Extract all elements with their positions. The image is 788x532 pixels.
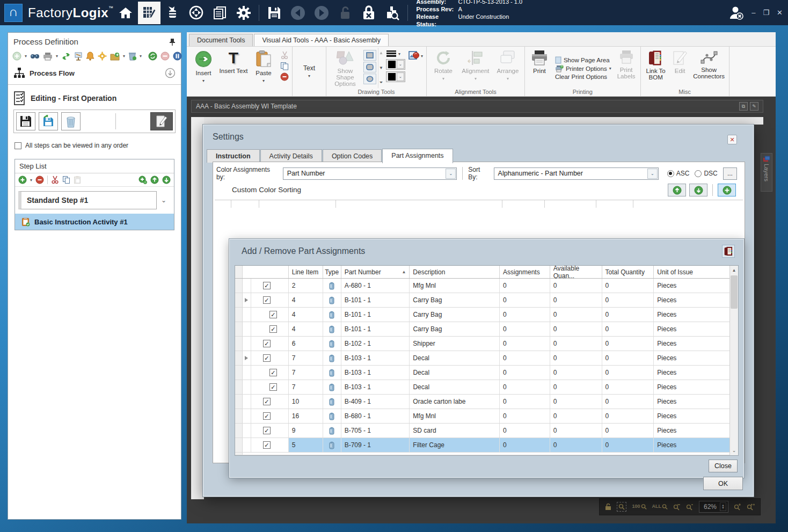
row-checkbox[interactable] — [269, 325, 277, 333]
refresh-button[interactable] — [148, 52, 157, 61]
save-button[interactable] — [263, 2, 286, 24]
doc-edit-icon[interactable]: ✎ — [750, 102, 758, 111]
print-process-button[interactable] — [43, 52, 53, 61]
undo-button[interactable] — [287, 2, 309, 24]
color-assignments-select[interactable]: Part Number ⌄ — [283, 167, 457, 180]
row-expander[interactable] — [243, 380, 251, 394]
sort-by-select[interactable]: Alphanumeric - Part Number ⌄ — [494, 167, 659, 180]
export-button[interactable] — [110, 52, 120, 61]
column-assignments[interactable]: Assignments — [500, 266, 550, 278]
show-page-area-button[interactable]: Show Page Area — [555, 56, 611, 64]
edit-mode-toggle[interactable] — [150, 112, 173, 130]
row-expander[interactable] — [243, 438, 251, 452]
sort-asc-radio[interactable]: ASC — [667, 170, 690, 177]
column-available-quantity[interactable]: Available Quan... — [550, 266, 602, 278]
find-button[interactable] — [30, 52, 40, 60]
close-button[interactable]: ✕ — [777, 9, 783, 16]
add-operation-dropdown[interactable]: ▾ — [25, 54, 27, 59]
paste-button[interactable]: Paste▾ — [249, 48, 278, 94]
row-checkbox[interactable] — [269, 311, 277, 318]
delete-dropdown[interactable]: ▾ — [140, 54, 142, 59]
paste-step-button[interactable] — [74, 176, 81, 184]
parts-table-scrollbar[interactable]: ▲ ⌄ — [729, 266, 738, 455]
remove-step-button[interactable] — [35, 176, 44, 184]
zoom-level-spinner[interactable]: 62% ▲▼ — [699, 501, 728, 513]
paste-dropdown[interactable]: ▾ — [262, 78, 265, 84]
all-steps-option[interactable]: All steps can be viewed in any order — [8, 133, 181, 155]
row-expander[interactable] — [243, 424, 251, 438]
parts-table-row[interactable]: 9 B-705 - 1 SD card 0 0 0 Pieces — [235, 424, 729, 438]
cut-step-button[interactable] — [51, 176, 59, 184]
shape-rounded-rectangle-button[interactable] — [363, 62, 376, 72]
row-expander[interactable] — [243, 395, 251, 409]
row-expander[interactable] — [243, 337, 251, 351]
unlock-button[interactable] — [334, 2, 356, 24]
row-checkbox[interactable] — [263, 412, 271, 420]
process-flow-header[interactable]: Process Flow — [8, 64, 181, 85]
save-as-button[interactable] — [39, 112, 58, 130]
scrollbar-thumb[interactable] — [731, 275, 738, 309]
materials-button[interactable] — [162, 2, 184, 24]
row-expander[interactable] — [243, 308, 251, 322]
cut-button[interactable] — [280, 51, 289, 60]
layers-tab[interactable]: Layers — [761, 153, 772, 192]
scroll-up-arrow[interactable]: ▲ — [730, 266, 738, 274]
home-button[interactable] — [114, 2, 137, 24]
delete-button[interactable] — [128, 52, 136, 61]
parts-table-row[interactable]: 4 B-101 - 1 Carry Bag 0 0 0 Pieces — [235, 293, 729, 308]
column-description[interactable]: Description — [410, 266, 500, 278]
print-labels-button[interactable]: Print Labels — [615, 48, 638, 88]
settings-ok-button[interactable]: OK — [703, 477, 743, 490]
sync-button[interactable] — [61, 52, 71, 61]
column-line-item[interactable]: Line Item — [289, 266, 323, 278]
insert-dropdown[interactable]: ▾ — [202, 78, 205, 84]
insert-text-button[interactable]: T Insert Text — [219, 48, 248, 94]
row-expander[interactable] — [243, 293, 251, 307]
parts-table-row[interactable]: 7 B-103 - 1 Decal 0 0 0 Pieces — [235, 380, 729, 395]
fill-color-picker[interactable]: ⌄ — [386, 71, 405, 82]
row-expander[interactable] — [243, 409, 251, 423]
production-button[interactable] — [185, 2, 208, 24]
tab-part-assignments[interactable]: Part Assignments — [382, 149, 453, 163]
lock-close-button[interactable] — [357, 2, 380, 24]
parts-table-row[interactable]: 7 B-103 - 1 Decal 0 0 0 Pieces — [235, 366, 729, 380]
parts-table-row[interactable]: 4 B-101 - 1 Carry Bag 0 0 0 Pieces — [235, 322, 729, 337]
tab-instruction[interactable]: Instruction — [207, 149, 260, 163]
maximize-button[interactable]: ❐ — [763, 9, 769, 16]
zoom-100-button[interactable]: 100 — [632, 504, 646, 510]
link-to-bom-button[interactable]: Link To BOM — [643, 48, 669, 88]
row-checkbox[interactable] — [263, 427, 271, 434]
line-style-dropdown[interactable]: ▾ — [386, 50, 405, 57]
row-checkbox[interactable] — [263, 296, 271, 304]
rotate-button[interactable]: Rotate▾ — [429, 48, 458, 88]
zoom-out-fast-button[interactable] — [673, 504, 681, 511]
reports-button[interactable] — [209, 2, 231, 24]
shape-rectangle-button[interactable] — [363, 50, 376, 61]
step-chevron-icon[interactable]: ⌄ — [157, 196, 171, 204]
pin-icon[interactable] — [169, 38, 176, 46]
column-part-number[interactable]: Part Number▲ — [341, 266, 410, 278]
sort-dsc-radio[interactable]: DSC — [695, 170, 717, 177]
image-stamp-dropdown[interactable]: ▾ — [408, 51, 423, 61]
copy-button[interactable] — [280, 62, 289, 70]
step-name[interactable]: Standard Step #1 — [18, 191, 157, 209]
logoff-user-button[interactable] — [728, 5, 744, 21]
alert-bell-button[interactable] — [86, 52, 94, 61]
column-type[interactable]: Type — [323, 266, 341, 278]
bom-browser-button[interactable] — [722, 245, 735, 258]
activity-row-selected[interactable]: Basic Instruction Activity #1 — [15, 214, 174, 230]
save-step-button[interactable] — [16, 112, 35, 130]
zoom-in-fast-button[interactable] — [747, 504, 755, 511]
minimize-button[interactable]: – — [751, 9, 755, 16]
alignment-button[interactable]: Alignment▾ — [459, 48, 492, 88]
printer-options-button[interactable]: ? Printer Options▾ — [555, 65, 611, 72]
settings-button[interactable] — [232, 2, 255, 24]
add-activity-button[interactable] — [138, 176, 147, 184]
shape-scroll-up[interactable]: ▲ — [379, 50, 383, 55]
row-expander[interactable] — [243, 366, 251, 380]
print-button[interactable]: Print — [527, 48, 552, 88]
redo-button[interactable] — [310, 2, 333, 24]
zoom-all-button[interactable]: ALL — [652, 504, 668, 510]
column-total-quantity[interactable]: Total Quantity — [602, 266, 654, 278]
step-row[interactable]: Standard Step #1 ⌄ — [18, 191, 171, 209]
